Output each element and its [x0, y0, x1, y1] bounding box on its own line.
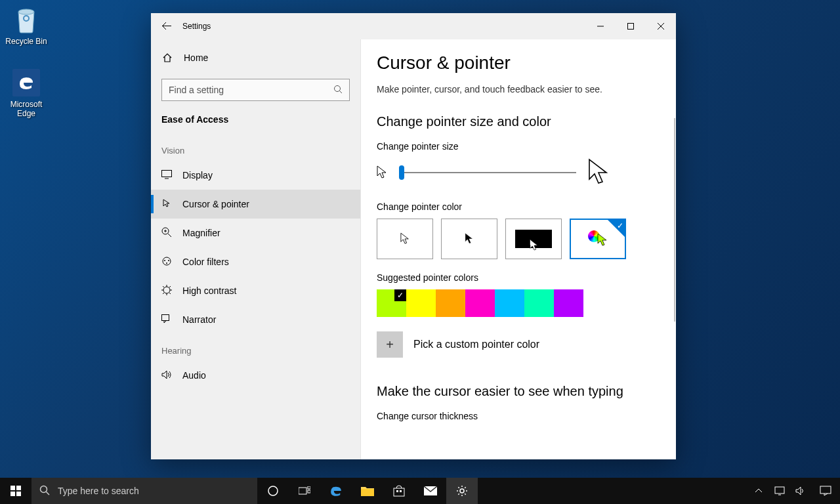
narrator-icon	[161, 314, 172, 326]
svg-point-42	[460, 489, 464, 493]
sidebar-item-label: High contrast	[182, 285, 236, 296]
swatch-orange[interactable]	[436, 289, 465, 317]
swatch-yellow[interactable]	[406, 289, 436, 317]
sidebar-item-label: Display	[182, 170, 213, 180]
desktop-icon-label: Recycle Bin	[1, 37, 51, 46]
slider-thumb[interactable]	[399, 165, 404, 180]
swatch-purple[interactable]	[554, 289, 583, 317]
suggested-swatches	[377, 289, 676, 317]
checkmark-icon	[608, 220, 625, 237]
pointer-color-white[interactable]	[377, 219, 433, 259]
minimize-button[interactable]	[585, 13, 616, 39]
swatch-magenta[interactable]	[465, 289, 495, 317]
tray-volume-icon[interactable]	[790, 486, 811, 495]
display-icon	[161, 170, 172, 181]
task-view-button[interactable]	[289, 478, 320, 504]
sidebar-item-label: Narrator	[182, 314, 216, 325]
svg-line-25	[163, 293, 164, 294]
window-title: Settings	[182, 22, 211, 31]
sidebar-header: Ease of Access	[151, 109, 360, 134]
svg-rect-36	[308, 490, 310, 493]
magnifier-icon	[161, 227, 172, 240]
svg-rect-34	[299, 488, 306, 494]
svg-rect-2	[628, 24, 634, 30]
sidebar-item-cursor[interactable]: Cursor & pointer	[151, 190, 360, 219]
search-icon	[39, 485, 50, 497]
color-filters-icon	[161, 256, 172, 268]
taskbar-store[interactable]	[383, 478, 415, 504]
svg-rect-26	[162, 314, 169, 320]
svg-rect-35	[308, 486, 310, 489]
sidebar-item-label: Color filters	[182, 257, 229, 267]
svg-rect-27	[10, 486, 15, 490]
suggested-colors-label: Suggested pointer colors	[377, 272, 676, 283]
svg-point-31	[41, 486, 47, 492]
start-button[interactable]	[0, 478, 32, 504]
svg-rect-7	[162, 170, 172, 177]
desktop-icon-recycle-bin[interactable]: Recycle Bin	[1, 4, 51, 46]
svg-rect-45	[820, 486, 831, 494]
desktop-icon-label: Microsoft Edge	[1, 100, 51, 118]
custom-color-label: Pick a custom pointer color	[413, 339, 539, 350]
svg-line-24	[169, 286, 171, 287]
taskbar-search-placeholder: Type here to search	[58, 486, 139, 496]
tray-network-icon[interactable]	[769, 486, 790, 495]
pointer-size-row	[377, 158, 676, 187]
cursor-icon	[161, 198, 172, 211]
system-tray	[748, 478, 840, 504]
sidebar-home[interactable]: Home	[151, 42, 360, 74]
scrollbar[interactable]	[674, 118, 675, 322]
sidebar-item-highcontrast[interactable]: High contrast	[151, 276, 360, 305]
svg-point-16	[166, 262, 167, 264]
svg-point-5	[335, 85, 341, 91]
back-button[interactable]: 🡠	[151, 20, 182, 32]
svg-line-10	[168, 234, 171, 237]
pointer-size-label: Change pointer size	[377, 141, 676, 152]
page-subtitle: Make pointer, cursor, and touch feedback…	[377, 84, 676, 94]
audio-icon	[161, 370, 172, 381]
swatch-teal[interactable]	[524, 289, 554, 317]
pointer-color-black[interactable]	[441, 219, 497, 259]
svg-rect-38	[394, 488, 404, 496]
high-contrast-icon	[161, 285, 172, 297]
svg-rect-40	[400, 490, 402, 492]
home-icon	[161, 52, 173, 63]
close-button[interactable]	[646, 13, 676, 39]
swatch-cyan[interactable]	[495, 289, 524, 317]
sidebar-item-label: Magnifier	[182, 228, 220, 238]
desktop-icon-edge[interactable]: Microsoft Edge	[1, 67, 51, 118]
sidebar-item-audio[interactable]: Audio	[151, 361, 360, 390]
svg-point-17	[163, 287, 170, 293]
pointer-color-custom[interactable]	[570, 219, 626, 259]
taskbar-settings[interactable]	[446, 478, 478, 504]
tray-notifications-icon[interactable]	[811, 486, 840, 496]
taskbar-mail[interactable]	[415, 478, 446, 504]
page-title: Cursor & pointer	[377, 52, 676, 74]
taskbar-edge[interactable]	[320, 478, 352, 504]
add-custom-color-button[interactable]: +	[377, 331, 403, 358]
maximize-button[interactable]	[616, 13, 646, 39]
svg-rect-37	[361, 489, 374, 496]
sidebar-item-magnifier[interactable]: Magnifier	[151, 219, 360, 247]
settings-window: 🡠 Settings Home Find a setting Ease of A…	[151, 13, 676, 459]
section-heading: Make the cursor easier to see when typin…	[377, 384, 676, 399]
svg-point-14	[164, 260, 165, 261]
search-placeholder: Find a setting	[169, 85, 224, 95]
search-input[interactable]: Find a setting	[161, 79, 350, 101]
swatch-lime[interactable]	[377, 289, 406, 317]
taskbar-explorer[interactable]	[352, 478, 383, 504]
sidebar-item-label: Cursor & pointer	[182, 199, 249, 209]
tray-chevron[interactable]	[748, 489, 769, 493]
sidebar-item-display[interactable]: Display	[151, 161, 360, 190]
pointer-color-inverted[interactable]	[505, 219, 562, 259]
section-heading: Change pointer size and color	[377, 114, 676, 129]
sidebar-item-colorfilters[interactable]: Color filters	[151, 247, 360, 276]
custom-color-row: + Pick a custom pointer color	[377, 331, 676, 358]
taskbar-search[interactable]: Type here to search	[32, 478, 257, 504]
pointer-size-slider[interactable]	[399, 172, 576, 173]
sidebar-item-narrator[interactable]: Narrator	[151, 305, 360, 334]
cortana-button[interactable]	[257, 478, 289, 504]
sidebar-home-label: Home	[184, 52, 208, 63]
svg-line-32	[47, 492, 50, 495]
pointer-color-label: Change pointer color	[377, 201, 676, 212]
